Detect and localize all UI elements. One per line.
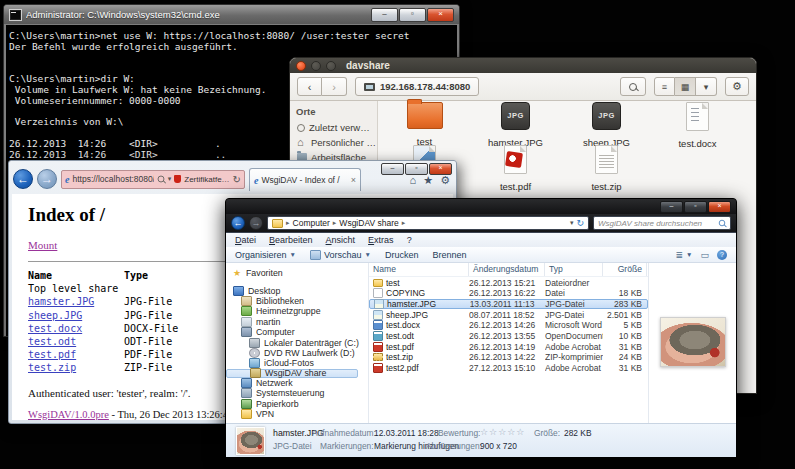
breadcrumb[interactable]: ▸ Computer ▸ WsgiDAV share ▸ ▾ ↻ (267, 216, 589, 230)
grid-file-test-zip[interactable]: test.zip (561, 145, 652, 192)
close-button[interactable] (296, 61, 306, 71)
print-button[interactable]: Drucken (385, 250, 419, 260)
sidebar-item-systemsteuerung[interactable]: Systemsteuerung (226, 388, 368, 398)
column-header-type[interactable]: Typ (545, 263, 603, 276)
grid-file-test-pdf[interactable]: test.pdf (470, 145, 561, 192)
sidebar-item-papierkorb[interactable]: Papierkorb (226, 399, 368, 409)
file-link-test-pdf[interactable]: test.pdf (28, 348, 124, 361)
address-bar[interactable]: e https://localhost:8080/ ▾ Zertifikatfe… (61, 170, 245, 189)
sidebar-item-wsgidav-share[interactable]: WsgiDAV share (226, 369, 358, 378)
file-link-test-zip[interactable]: test.zip (28, 361, 124, 374)
column-header-name[interactable]: Name (369, 263, 469, 276)
tab-close-icon[interactable]: × (351, 175, 356, 185)
search-button[interactable] (620, 77, 646, 96)
breadcrumb-computer[interactable]: Computer (293, 218, 330, 228)
grid-file-sheep-jpg[interactable]: sheep.JPG (561, 102, 652, 148)
sidebar-item-icloud-fotos[interactable]: iCloud-Fotos (226, 358, 368, 368)
certificate-error-button[interactable]: Zertifikatfe… (184, 175, 229, 184)
location-button[interactable]: 192.168.178.44:8080 (355, 77, 479, 96)
favorites-star-icon[interactable]: ★ (423, 174, 433, 187)
forward-button[interactable]: → (37, 169, 57, 189)
back-button[interactable]: ← (231, 216, 245, 230)
view-options-chevron[interactable]: ▾ (696, 77, 717, 96)
sidebar-item-netzwerk[interactable]: Netzwerk (226, 378, 368, 388)
preview-pane-button[interactable]: ▭ (700, 250, 709, 260)
help-icon[interactable]: ? (717, 250, 727, 260)
sidebar-item-dvd-rw-laufwerk-d[interactable]: DVD RW Laufwerk (D:) (226, 348, 368, 358)
maximize-button[interactable]: ▫ (684, 201, 707, 213)
column-header-date[interactable]: Änderungsdatum (469, 263, 545, 276)
explorer-titlebar[interactable]: – ▫ × (226, 199, 736, 214)
grid-view-button[interactable]: ▦ (675, 77, 696, 96)
chevron-right-icon[interactable]: ▸ (286, 219, 290, 227)
menu-item-datei[interactable]: Datei (235, 235, 256, 245)
grid-file-hamster-jpg[interactable]: hamster.JPG (470, 102, 561, 148)
file-row-hamster-jpg[interactable]: hamster.JPG13.03.2011 11:13JPG-Datei283 … (369, 299, 648, 309)
address-dropdown-chevron[interactable]: ▾ (168, 175, 172, 183)
sidebar-item-computer[interactable]: Computer (226, 327, 368, 337)
close-button[interactable]: × (427, 8, 454, 22)
list-view-button[interactable]: ≡ (654, 77, 675, 96)
maximize-button[interactable]: ▫ (399, 8, 426, 22)
file-row-test-pdf[interactable]: test.pdf26.12.2013 14:19Adobe Acrobat D…… (369, 342, 648, 352)
mount-link[interactable]: Mount (28, 239, 57, 251)
search-box[interactable]: WsgiDAV share durchsuchen (593, 216, 731, 230)
back-button[interactable]: ← (13, 169, 33, 189)
sidebar-item-desktop[interactable]: Desktop (226, 285, 368, 295)
browser-tab[interactable]: e WsgiDAV - Index of / × (249, 168, 361, 191)
file-row-test2-pdf[interactable]: test2.pdf27.12.2013 15:10Adobe Acrobat D… (369, 363, 648, 373)
grid-file-test-docx[interactable]: test.docx (652, 102, 743, 149)
chevron-right-icon[interactable]: ▸ (333, 219, 337, 227)
back-button[interactable]: ‹ (297, 77, 322, 96)
home-icon[interactable]: ⌂ (410, 174, 417, 187)
grid-file-test[interactable]: test (379, 102, 470, 147)
file-row-test-odt[interactable]: test.odt26.12.2013 13:55OpenDocument T…1… (369, 331, 648, 341)
refresh-icon[interactable]: ↻ (576, 218, 584, 228)
file-name-label: test.pdf (470, 181, 561, 192)
column-header-size[interactable]: Größe (603, 263, 647, 276)
sidebar-item-martin[interactable]: martin (226, 317, 368, 327)
preview-button[interactable]: Vorschau ▼ (310, 250, 371, 260)
address-dropdown-chevron[interactable]: ▾ (570, 219, 574, 227)
menu-item-ansicht[interactable]: Ansicht (326, 235, 356, 245)
sidebar-item-bibliotheken[interactable]: Bibliotheken (226, 296, 368, 306)
search-icon[interactable] (157, 176, 164, 183)
file-link-test-odt[interactable]: test.odt (28, 335, 124, 348)
rating-stars[interactable]: ☆☆☆☆☆ (480, 427, 525, 437)
chevron-right-icon[interactable]: ▸ (402, 219, 406, 227)
file-row-sheep-jpg[interactable]: sheep.JPG08.07.2011 18:52JPG-Datei2.501 … (369, 310, 648, 320)
sidebar-item-heimnetzgruppe[interactable]: Heimnetzgruppe (226, 306, 368, 316)
sidebar-item-lokaler-datentr-ger-c[interactable]: Lokaler Datenträger (C:) (226, 337, 368, 347)
minimize-button[interactable]: – (371, 8, 398, 22)
sidebar-item-pers-nlicher[interactable]: Persönlicher … (290, 135, 377, 150)
file-row-test[interactable]: test26.12.2013 15:21Dateiordner (369, 278, 648, 288)
sidebar-item-zuletzt-verw[interactable]: Zuletzt verw… (290, 120, 377, 135)
maximize-button[interactable] (326, 61, 336, 71)
file-row-test-docx[interactable]: test.docx26.12.2013 14:26Microsoft Word … (369, 320, 648, 330)
cmd-titlebar[interactable]: Administrator: C:\Windows\system32\cmd.e… (4, 5, 459, 24)
minimize-button[interactable]: – (660, 201, 683, 213)
nautilus-titlebar[interactable]: davshare (290, 58, 756, 73)
file-link-hamster-jpg[interactable]: hamster.JPG (28, 295, 124, 308)
forward-button[interactable]: → (249, 216, 263, 230)
refresh-icon[interactable]: ↻ (233, 174, 241, 185)
burn-button[interactable]: Brennen (432, 250, 466, 260)
file-link-sheep-jpg[interactable]: sheep.JPG (28, 309, 124, 322)
menu-item-bearbeiten[interactable]: Bearbeiten (269, 235, 313, 245)
close-button[interactable]: × (708, 201, 731, 213)
minimize-button[interactable] (311, 61, 321, 71)
breadcrumb-wsgidav-share[interactable]: WsgiDAV share (339, 218, 398, 228)
sidebar-item-vpn[interactable]: VPN (226, 409, 368, 419)
organize-button[interactable]: Organisieren ▼ (235, 250, 296, 260)
change-view-button[interactable]: ≣ ▼ (676, 250, 693, 260)
forward-button[interactable]: › (322, 77, 347, 96)
file-link-test-docx[interactable]: test.docx (28, 322, 124, 335)
menu-item-[interactable]: ? (407, 235, 412, 245)
wsgidav-version-link[interactable]: WsgiDAV/1.0.0pre (28, 409, 109, 420)
gear-menu-button[interactable]: ⚙ (725, 77, 749, 96)
settings-gear-icon[interactable]: ⚙ (440, 174, 450, 187)
sidebar-item-favoriten[interactable]: ★Favoriten (226, 268, 368, 278)
file-row-copying[interactable]: COPYING26.12.2013 16:22Datei18 KB (369, 288, 648, 298)
file-row-test-zip[interactable]: test.zip26.12.2013 14:22ZIP-komprimierte… (369, 352, 648, 362)
menu-item-extras[interactable]: Extras (368, 235, 394, 245)
